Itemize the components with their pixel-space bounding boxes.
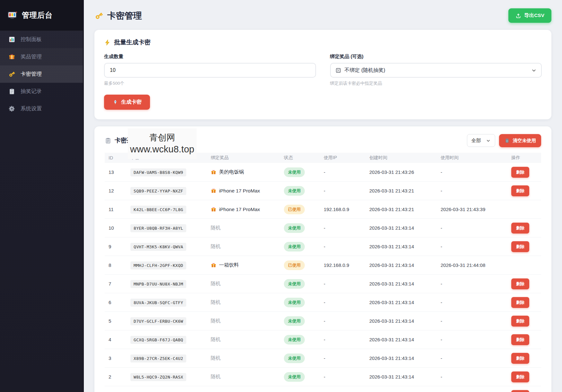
cell-prize: iPhone 17 ProMax <box>211 188 284 194</box>
delete-button[interactable]: 删除 <box>511 316 529 327</box>
prize-bound-wrap: 一箱饮料 <box>211 262 284 268</box>
status-badge: 未使用 <box>284 186 305 196</box>
sidebar: 管理后台 控制面板 奖品管理 卡密管理 抽奖记录 系统设置 <box>0 0 84 392</box>
status-filter-select[interactable]: 全部 <box>467 134 495 147</box>
cell-created: 2026-03-31 21:43:14 <box>369 225 441 231</box>
delete-button[interactable]: 删除 <box>511 334 529 345</box>
slot-machine-icon <box>7 10 17 21</box>
table-row: 8 MMHJ-CLFH-2GPF-KXQD 一箱饮料 已使用 192.168.0… <box>105 256 541 275</box>
cell-prize: 随机 <box>211 225 284 231</box>
watermark-line2: www.wcku8.top <box>130 143 194 155</box>
cell-used-at: - <box>441 318 511 324</box>
delete-button[interactable]: 删除 <box>511 167 529 178</box>
key-icon <box>8 71 15 78</box>
cell-code: W8L5-HQC9-ZQ2N-RASX <box>130 374 211 379</box>
delete-button[interactable]: 删除 <box>511 371 529 382</box>
gear-icon <box>8 105 15 112</box>
table-row-partial: 删除 <box>105 386 541 392</box>
main-content: 卡密管理 导出CSV 批量生成卡密 生成数量 最多500个 绑定奖品 (可选) … <box>84 0 562 392</box>
cell-status: 未使用 <box>284 372 324 382</box>
code-chip: SQB9-PEEZ-YYAP-NXZF <box>130 187 186 195</box>
status-badge: 未使用 <box>284 298 305 307</box>
sidebar-item-settings[interactable]: 系统设置 <box>0 100 83 117</box>
cell-ip: - <box>324 318 369 324</box>
export-csv-button[interactable]: 导出CSV <box>508 8 551 23</box>
clear-unused-button[interactable]: 清空未使用 <box>499 134 541 147</box>
cell-ip: - <box>324 169 369 175</box>
app-logo: 管理后台 <box>0 0 83 31</box>
cell-code: SQB9-PEEZ-YYAP-NXZF <box>130 188 211 193</box>
cell-id: 13 <box>105 169 130 175</box>
batch-generate-title: 批量生成卡密 <box>104 38 542 47</box>
cell-code: QVHT-M3K5-K8KV-QWVA <box>130 244 211 249</box>
delete-button[interactable]: 删除 <box>511 185 529 196</box>
prize-select[interactable]: 不绑定 (随机抽奖) <box>330 63 542 78</box>
quantity-hint: 最多500个 <box>104 81 316 86</box>
cell-status: 未使用 <box>284 335 324 345</box>
cell-id: 5 <box>105 318 130 324</box>
cell-code: MNPB-D7UU-NU8X-NBJM <box>130 281 211 286</box>
app-title: 管理后台 <box>22 10 53 20</box>
cell-used-at: - <box>441 188 511 193</box>
sidebar-item-prizes[interactable]: 奖品管理 <box>0 48 83 65</box>
code-chip: 8YER-U8QB-RF3H-A8YL <box>130 224 186 232</box>
cell-used-at: - <box>441 300 511 305</box>
code-chip: 8UVA-JKUB-SQFC-GTFY <box>130 299 186 307</box>
lightning-icon <box>104 39 111 46</box>
cell-prize: 随机 <box>211 299 284 306</box>
gift-icon <box>211 169 216 175</box>
delete-button[interactable]: 删除 <box>511 353 529 364</box>
table-row: 4 GCXQ-SRGB-F67J-QABQ 随机 未使用 - 2026-03-3… <box>105 330 541 349</box>
status-badge: 已使用 <box>284 205 305 214</box>
cell-created: 2026-03-31 21:43:14 <box>369 355 441 361</box>
cell-used-at: - <box>441 337 511 342</box>
cell-id: 3 <box>105 355 130 361</box>
cell-ip: - <box>324 374 369 379</box>
cell-used-at: - <box>441 225 511 231</box>
cell-ip: - <box>324 244 369 249</box>
cell-used-at: - <box>441 374 511 379</box>
clipboard-icon <box>8 88 15 95</box>
cell-status: 未使用 <box>284 316 324 326</box>
delete-button[interactable]: 删除 <box>511 241 529 252</box>
quantity-field-group: 生成数量 最多500个 <box>104 54 316 86</box>
delete-button[interactable]: 删除 <box>511 390 529 392</box>
cell-created: 2026-03-31 21:43:14 <box>369 300 441 305</box>
sidebar-item-card-keys[interactable]: 卡密管理 <box>0 65 83 83</box>
cell-prize: 随机 <box>211 318 284 324</box>
cell-id: 2 <box>105 374 130 379</box>
prize-label: 绑定奖品 (可选) <box>330 54 542 60</box>
gift-icon <box>211 188 216 194</box>
cell-ip: - <box>324 300 369 305</box>
cell-used-at: - <box>441 169 511 175</box>
cell-prize: 随机 <box>211 373 284 380</box>
sidebar-item-dashboard[interactable]: 控制面板 <box>0 31 83 48</box>
delete-button[interactable]: 删除 <box>511 223 529 234</box>
code-chip: W8L5-HQC9-ZQ2N-RASX <box>130 373 186 381</box>
prize-bound-wrap: 美的电饭锅 <box>211 169 284 175</box>
delete-button[interactable]: 删除 <box>511 297 529 308</box>
cell-status: 未使用 <box>284 167 324 177</box>
cell-prize: 一箱饮料 <box>211 262 284 268</box>
cell-code: 8UVA-JKUB-SQFC-GTFY <box>130 300 211 305</box>
cell-prize: 随机 <box>211 280 284 287</box>
prize-select-value: 不绑定 (随机抽奖) <box>345 67 385 74</box>
table-row: 6 8UVA-JKUB-SQFC-GTFY 随机 未使用 - 2026-03-3… <box>105 293 541 312</box>
chevron-down-icon <box>531 68 537 73</box>
watermark-overlay: 青创网 www.wcku8.top <box>128 128 197 159</box>
prize-random-label: 随机 <box>211 299 221 305</box>
col-header-ip: 使用IP <box>324 155 369 161</box>
cell-ip: - <box>324 337 369 342</box>
cell-status: 已使用 <box>284 260 324 270</box>
cell-status: 未使用 <box>284 354 324 363</box>
generate-keys-button[interactable]: 生成卡密 <box>104 95 150 110</box>
quantity-input[interactable] <box>104 63 316 78</box>
delete-button[interactable]: 删除 <box>511 278 529 289</box>
gift-icon <box>211 262 216 268</box>
prize-random-label: 随机 <box>211 281 221 286</box>
cell-created: 2026-03-31 21:43:14 <box>369 281 441 286</box>
sidebar-item-draw-records[interactable]: 抽奖记录 <box>0 83 83 100</box>
quantity-label: 生成数量 <box>104 54 316 60</box>
cell-status: 未使用 <box>284 298 324 307</box>
table-row: 13 DAFW-UAMS-B8S8-KQW9 美的电饭锅 未使用 - 2026-… <box>105 163 541 182</box>
